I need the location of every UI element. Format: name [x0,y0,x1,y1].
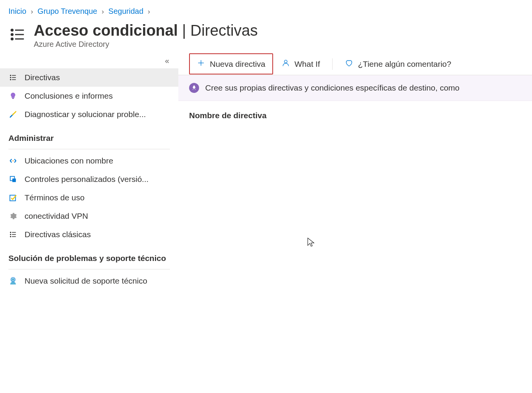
button-label: ¿Tiene algún comentario? [358,59,451,69]
svg-point-8 [10,77,11,78]
divider [8,149,170,149]
lightbulb-icon [8,91,18,101]
heart-icon [345,59,353,69]
banner-text: Cree sus propias directivas y condicione… [205,83,460,92]
sidebar-item-vpn[interactable]: conectividad VPN [0,207,178,225]
page-title: Acceso condicional | Directivas [34,22,258,39]
svg-point-19 [10,234,11,235]
column-header-policy-name: Nombre de directiva [178,101,532,130]
svg-rect-12 [12,98,14,99]
svg-rect-15 [12,178,16,182]
info-banner: Cree sus propias directivas y condicione… [178,75,532,101]
sidebar-item-insights[interactable]: Conclusiones e informes [0,87,178,105]
svg-point-23 [12,278,14,281]
sidebar-item-label: Controles personalizados (versió... [25,175,148,184]
svg-point-2 [11,34,13,36]
main-content: Nueva directiva What If ¿Tiene algún com [178,52,532,290]
chevron-right-icon: › [148,8,150,16]
checkbox-icon [8,193,18,202]
sidebar-item-label: Directivas [25,73,60,82]
sidebar-section-support: Solución de problemas y soporte técnico [0,244,178,267]
collapse-sidebar-icon[interactable]: « [165,56,169,65]
divider [332,58,333,70]
new-policy-button[interactable]: Nueva directiva [189,53,273,74]
breadcrumb-link-home[interactable]: Inicio [8,7,26,15]
button-label: Nueva directiva [210,59,265,69]
what-if-button[interactable]: What If [275,54,327,74]
policy-list-icon [8,230,18,239]
divider [8,269,170,269]
page-header: Acceso condicional | Directivas Azure Ac… [0,20,532,52]
svg-point-4 [11,38,13,40]
custom-control-icon [8,175,18,184]
sidebar-item-terms-of-use[interactable]: Términos de uso [0,188,178,207]
sidebar-item-label: conectividad VPN [25,211,88,221]
support-person-icon [8,276,18,286]
button-label: What If [295,59,320,69]
policy-list-icon [8,73,18,82]
sidebar-section-manage: Administrar [0,124,178,147]
sidebar-item-label: Diagnosticar y solucionar proble... [25,110,146,119]
breadcrumb-link-security[interactable]: Seguridad [109,7,143,15]
sidebar: « Directivas Conclusiones e informes [0,52,178,290]
sidebar-item-policies[interactable]: Directivas [0,68,178,87]
svg-point-17 [10,232,11,233]
chevron-right-icon: › [31,8,33,16]
plus-icon [197,59,205,69]
rocket-icon [189,83,199,93]
sidebar-item-classic-policies[interactable]: Directivas clásicas [0,225,178,244]
sidebar-item-diagnose[interactable]: Diagnosticar y solucionar proble... [0,105,178,124]
sidebar-item-label: Ubicaciones con nombre [25,156,113,165]
svg-point-13 [13,160,14,162]
chevron-right-icon: › [102,8,104,16]
sidebar-item-label: Nueva solicitud de soporte técnico [25,276,147,286]
location-code-icon [8,156,18,165]
page-subtitle: Azure Active Directory [34,40,258,49]
toolbar: Nueva directiva What If ¿Tiene algún com [178,53,532,75]
sidebar-item-label: Directivas clásicas [25,230,91,239]
sidebar-item-new-support-request[interactable]: Nueva solicitud de soporte técnico [0,272,178,290]
sidebar-item-named-locations[interactable]: Ubicaciones con nombre [0,152,178,170]
wrench-icon [8,110,18,119]
svg-point-10 [10,79,11,80]
feedback-button[interactable]: ¿Tiene algún comentario? [338,54,458,74]
svg-point-21 [10,236,11,237]
svg-point-27 [284,60,287,63]
breadcrumb-link-group[interactable]: Grupo Trevenque [38,7,97,15]
sidebar-item-custom-controls[interactable]: Controles personalizados (versió... [0,170,178,188]
breadcrumb: Inicio › Grupo Trevenque › Seguridad › [0,0,532,20]
sidebar-item-label: Términos de uso [25,193,84,202]
gear-icon [8,211,18,221]
person-icon [282,59,290,69]
svg-point-6 [10,75,11,76]
sidebar-item-label: Conclusiones e informes [25,91,113,101]
policy-list-icon [8,22,26,45]
